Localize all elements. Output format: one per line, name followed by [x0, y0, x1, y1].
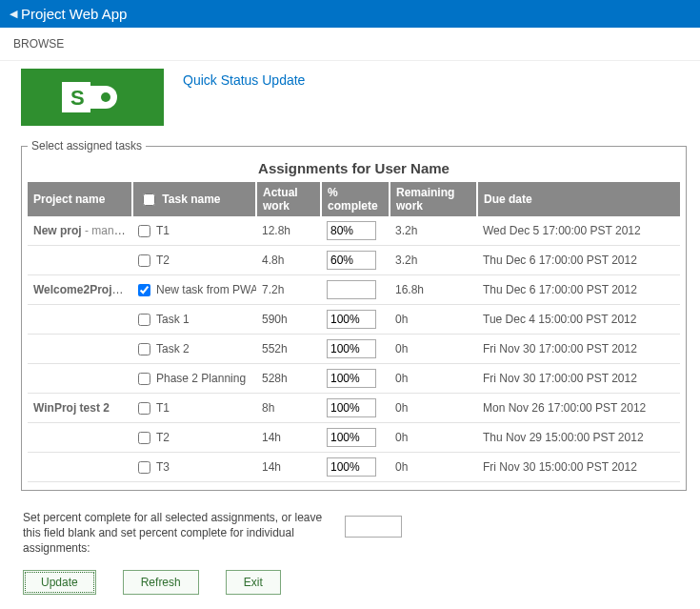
cell-project: [28, 423, 132, 453]
ribbon-tab-browse[interactable]: BROWSE: [0, 28, 700, 61]
task-name-label: T2: [156, 254, 170, 267]
col-project: Project name: [28, 182, 132, 216]
sharepoint-icon: S: [62, 78, 123, 116]
task-checkbox[interactable]: [138, 402, 150, 415]
cell-pct: [321, 394, 390, 423]
cell-task: Task 2: [132, 335, 256, 364]
cell-task: Task 1: [132, 305, 256, 335]
col-remaining: Remaining work: [390, 182, 477, 216]
table-row: Task 1590h0hTue Dec 4 15:00:00 PST 2012: [28, 305, 680, 335]
cell-task: New task from PWA: [132, 275, 256, 305]
task-name-label: T3: [156, 460, 170, 474]
col-due: Due date: [477, 182, 680, 216]
quick-status-update-link[interactable]: Quick Status Update: [183, 72, 305, 88]
cell-pct: [321, 364, 390, 394]
update-button[interactable]: Update: [23, 570, 96, 595]
task-name-label: New task from PWA: [156, 283, 256, 296]
table-row: Welcome2ProjectNew task from PWA7.2h16.8…: [28, 275, 680, 305]
task-checkbox[interactable]: [138, 314, 150, 326]
task-checkbox[interactable]: [138, 343, 150, 355]
table-row: Task 2552h0hFri Nov 30 17:00:00 PST 2012: [28, 335, 680, 364]
cell-due: Thu Dec 6 17:00:00 PST 2012: [477, 246, 680, 275]
cell-project: [28, 453, 132, 482]
cell-project: New proj - manual: [28, 216, 132, 246]
pct-input[interactable]: [327, 369, 376, 388]
refresh-button[interactable]: Refresh: [123, 570, 199, 595]
task-name-label: T1: [156, 224, 170, 237]
app-title: Project Web App: [21, 6, 127, 22]
pct-input[interactable]: [327, 398, 376, 417]
cell-actual: 14h: [256, 453, 321, 482]
cell-remaining: 0h: [390, 453, 477, 482]
table-row: T314h0hFri Nov 30 15:00:00 PST 2012: [28, 453, 680, 482]
assignments-table: Project name Task name Actual work % com…: [28, 182, 680, 482]
cell-remaining: 3.2h: [390, 216, 477, 246]
cell-due: Tue Dec 4 15:00:00 PST 2012: [477, 305, 680, 335]
cell-project: Welcome2Project: [28, 275, 132, 305]
cell-pct: [321, 423, 390, 453]
table-header-row: Project name Task name Actual work % com…: [28, 182, 680, 216]
cell-remaining: 0h: [390, 423, 477, 453]
pct-input[interactable]: [327, 428, 376, 447]
pct-input[interactable]: [327, 310, 376, 329]
pct-input[interactable]: [327, 251, 376, 270]
cell-project: [28, 335, 132, 364]
cell-remaining: 0h: [390, 394, 477, 423]
cell-task: T1: [132, 394, 256, 423]
cell-due: Mon Nov 26 17:00:00 PST 2012: [477, 394, 680, 423]
cell-project: [28, 246, 132, 275]
task-checkbox[interactable]: [138, 225, 150, 237]
top-bar: ◀ Project Web App: [0, 0, 700, 28]
cell-pct: [321, 275, 390, 305]
cell-remaining: 0h: [390, 335, 477, 364]
assignments-title: Assignments for User Name: [28, 158, 680, 182]
batch-percent-input[interactable]: [345, 516, 402, 538]
task-checkbox[interactable]: [138, 254, 150, 267]
cell-remaining: 3.2h: [390, 246, 477, 275]
task-checkbox[interactable]: [138, 432, 150, 444]
task-name-label: Phase 2 Planning: [156, 372, 246, 385]
cell-pct: [321, 335, 390, 364]
cell-task: T2: [132, 246, 256, 275]
cell-actual: 552h: [256, 335, 321, 364]
task-checkbox[interactable]: [138, 373, 150, 385]
svg-point-2: [101, 92, 110, 102]
cell-actual: 12.8h: [256, 216, 321, 246]
table-row: New proj - manualT112.8h3.2hWed Dec 5 17…: [28, 216, 680, 246]
select-assigned-tasks-fieldset: Select assigned tasks Assignments for Us…: [21, 139, 687, 491]
svg-text:S: S: [70, 86, 85, 110]
cell-actual: 14h: [256, 423, 321, 453]
cell-actual: 7.2h: [256, 275, 321, 305]
table-row: T24.8h3.2hThu Dec 6 17:00:00 PST 2012: [28, 246, 680, 275]
cell-task: T1: [132, 216, 256, 246]
pct-input[interactable]: [327, 339, 376, 358]
cell-due: Wed Dec 5 17:00:00 PST 2012: [477, 216, 680, 246]
cell-actual: 4.8h: [256, 246, 321, 275]
col-pct: % complete: [321, 182, 390, 216]
task-name-label: T2: [156, 431, 170, 444]
cell-actual: 8h: [256, 394, 321, 423]
col-actual: Actual work: [256, 182, 321, 216]
task-name-label: Task 1: [156, 313, 190, 326]
cell-pct: [321, 453, 390, 482]
pct-input[interactable]: [327, 280, 376, 299]
task-checkbox[interactable]: [138, 284, 150, 296]
batch-percent-area: Set percent complete for all selected as…: [0, 500, 700, 557]
task-name-label: T1: [156, 401, 170, 415]
select-all-checkbox[interactable]: [143, 193, 155, 206]
chevron-left-icon: ◀: [10, 8, 17, 20]
button-row: Update Refresh Exit: [0, 557, 700, 602]
pct-input[interactable]: [327, 457, 376, 477]
pct-input[interactable]: [327, 221, 376, 240]
col-task: Task name: [132, 182, 256, 216]
cell-due: Fri Nov 30 15:00:00 PST 2012: [477, 453, 680, 482]
exit-button[interactable]: Exit: [226, 570, 281, 595]
cell-remaining: 0h: [390, 305, 477, 335]
cell-due: Fri Nov 30 17:00:00 PST 2012: [477, 335, 680, 364]
task-name-label: Task 2: [156, 342, 190, 355]
cell-project: [28, 364, 132, 394]
cell-due: Thu Nov 29 15:00:00 PST 2012: [477, 423, 680, 453]
task-checkbox[interactable]: [138, 461, 150, 474]
cell-due: Thu Dec 6 17:00:00 PST 2012: [477, 275, 680, 305]
cell-due: Fri Nov 30 17:00:00 PST 2012: [477, 364, 680, 394]
